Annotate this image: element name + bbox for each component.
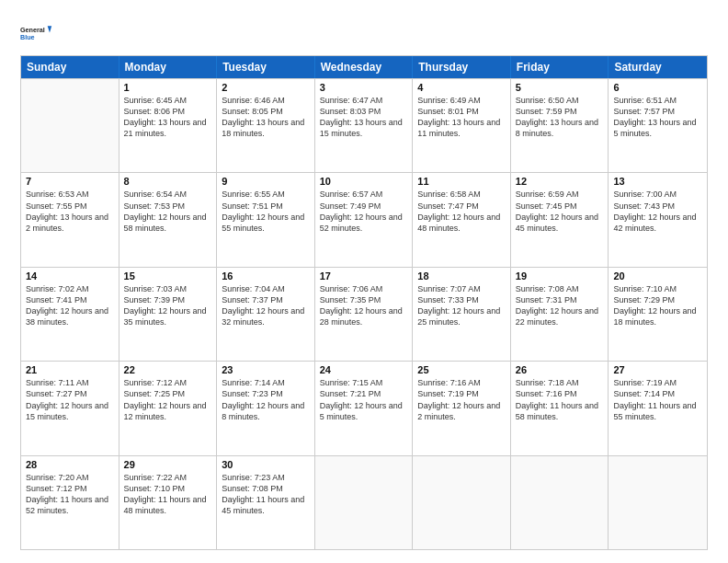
cal-cell-w4d0: 28Sunrise: 7:20 AM Sunset: 7:12 PM Dayli… — [21, 456, 119, 549]
header-day-thursday: Thursday — [413, 56, 511, 78]
day-detail: Sunrise: 6:47 AM Sunset: 8:03 PM Dayligh… — [320, 95, 408, 140]
day-number: 16 — [222, 270, 310, 282]
day-number: 13 — [613, 176, 702, 187]
day-number: 5 — [516, 82, 604, 93]
day-detail: Sunrise: 6:58 AM Sunset: 7:47 PM Dayligh… — [417, 189, 506, 234]
calendar-body: 1Sunrise: 6:45 AM Sunset: 8:06 PM Daylig… — [21, 78, 707, 549]
svg-marker-2 — [48, 26, 52, 32]
cal-cell-w0d4: 4Sunrise: 6:49 AM Sunset: 8:01 PM Daylig… — [413, 79, 511, 172]
header-day-sunday: Sunday — [21, 56, 119, 78]
day-number: 7 — [26, 176, 114, 187]
day-detail: Sunrise: 7:14 AM Sunset: 7:23 PM Dayligh… — [222, 377, 310, 422]
day-detail: Sunrise: 7:15 AM Sunset: 7:21 PM Dayligh… — [320, 377, 408, 422]
cal-cell-w1d3: 10Sunrise: 6:57 AM Sunset: 7:49 PM Dayli… — [315, 173, 414, 266]
day-number: 22 — [124, 364, 212, 375]
cal-cell-w2d0: 14Sunrise: 7:02 AM Sunset: 7:41 PM Dayli… — [21, 268, 119, 361]
cal-cell-w3d6: 27Sunrise: 7:19 AM Sunset: 7:14 PM Dayli… — [609, 362, 707, 454]
day-detail: Sunrise: 7:03 AM Sunset: 7:39 PM Dayligh… — [124, 283, 212, 328]
header-day-wednesday: Wednesday — [315, 56, 414, 78]
day-detail: Sunrise: 7:10 AM Sunset: 7:29 PM Dayligh… — [613, 283, 702, 328]
week-row-2: 14Sunrise: 7:02 AM Sunset: 7:41 PM Dayli… — [21, 267, 707, 361]
day-detail: Sunrise: 7:06 AM Sunset: 7:35 PM Dayligh… — [320, 283, 408, 328]
cal-cell-w2d3: 17Sunrise: 7:06 AM Sunset: 7:35 PM Dayli… — [315, 268, 414, 361]
cal-cell-w0d5: 5Sunrise: 6:50 AM Sunset: 7:59 PM Daylig… — [511, 79, 609, 172]
cal-cell-w3d3: 24Sunrise: 7:15 AM Sunset: 7:21 PM Dayli… — [315, 362, 414, 454]
cal-cell-w2d4: 18Sunrise: 7:07 AM Sunset: 7:33 PM Dayli… — [413, 268, 511, 361]
day-number: 20 — [613, 270, 702, 282]
cal-cell-w3d0: 21Sunrise: 7:11 AM Sunset: 7:27 PM Dayli… — [21, 362, 119, 454]
cal-cell-w1d0: 7Sunrise: 6:53 AM Sunset: 7:55 PM Daylig… — [21, 173, 119, 266]
day-detail: Sunrise: 7:23 AM Sunset: 7:08 PM Dayligh… — [222, 472, 310, 517]
day-detail: Sunrise: 6:55 AM Sunset: 7:51 PM Dayligh… — [222, 189, 310, 234]
day-detail: Sunrise: 7:11 AM Sunset: 7:27 PM Dayligh… — [26, 377, 114, 422]
cal-cell-w3d4: 25Sunrise: 7:16 AM Sunset: 7:19 PM Dayli… — [413, 362, 511, 454]
day-number: 9 — [222, 176, 310, 187]
logo: GeneralBlue — [20, 17, 53, 50]
day-number: 15 — [124, 270, 212, 282]
calendar-header: SundayMondayTuesdayWednesdayThursdayFrid… — [21, 56, 707, 78]
day-detail: Sunrise: 7:20 AM Sunset: 7:12 PM Dayligh… — [26, 472, 114, 517]
day-number: 11 — [417, 176, 506, 187]
cal-cell-w2d2: 16Sunrise: 7:04 AM Sunset: 7:37 PM Dayli… — [217, 268, 315, 361]
day-number: 19 — [516, 270, 604, 282]
day-detail: Sunrise: 6:45 AM Sunset: 8:06 PM Dayligh… — [124, 95, 212, 140]
page: GeneralBlue SundayMondayTuesdayWednesday… — [0, 0, 728, 563]
day-detail: Sunrise: 6:59 AM Sunset: 7:45 PM Dayligh… — [516, 189, 604, 234]
day-detail: Sunrise: 6:49 AM Sunset: 8:01 PM Dayligh… — [417, 95, 506, 140]
cal-cell-w0d3: 3Sunrise: 6:47 AM Sunset: 8:03 PM Daylig… — [315, 79, 414, 172]
day-detail: Sunrise: 7:22 AM Sunset: 7:10 PM Dayligh… — [124, 472, 212, 517]
cal-cell-w0d1: 1Sunrise: 6:45 AM Sunset: 8:06 PM Daylig… — [119, 79, 218, 172]
day-detail: Sunrise: 7:04 AM Sunset: 7:37 PM Dayligh… — [222, 283, 310, 328]
day-detail: Sunrise: 6:54 AM Sunset: 7:53 PM Dayligh… — [124, 189, 212, 234]
day-number: 12 — [516, 176, 604, 187]
day-number: 6 — [613, 82, 702, 93]
cal-cell-w2d1: 15Sunrise: 7:03 AM Sunset: 7:39 PM Dayli… — [119, 268, 218, 361]
cal-cell-w4d4 — [413, 456, 511, 549]
day-number: 30 — [222, 459, 310, 470]
day-number: 1 — [124, 82, 212, 93]
day-number: 23 — [222, 364, 310, 375]
day-detail: Sunrise: 7:12 AM Sunset: 7:25 PM Dayligh… — [124, 377, 212, 422]
svg-text:Blue: Blue — [20, 33, 35, 41]
week-row-4: 28Sunrise: 7:20 AM Sunset: 7:12 PM Dayli… — [21, 455, 707, 549]
day-number: 21 — [26, 364, 114, 375]
day-detail: Sunrise: 7:08 AM Sunset: 7:31 PM Dayligh… — [516, 283, 604, 328]
day-detail: Sunrise: 6:53 AM Sunset: 7:55 PM Dayligh… — [26, 189, 114, 234]
day-number: 26 — [516, 364, 604, 375]
day-detail: Sunrise: 6:46 AM Sunset: 8:05 PM Dayligh… — [222, 95, 310, 140]
day-number: 17 — [320, 270, 408, 282]
week-row-3: 21Sunrise: 7:11 AM Sunset: 7:27 PM Dayli… — [21, 361, 707, 454]
calendar: SundayMondayTuesdayWednesdayThursdayFrid… — [20, 55, 708, 550]
cal-cell-w0d0 — [21, 79, 119, 172]
cal-cell-w0d2: 2Sunrise: 6:46 AM Sunset: 8:05 PM Daylig… — [217, 79, 315, 172]
header-day-tuesday: Tuesday — [217, 56, 315, 78]
header: GeneralBlue — [20, 17, 708, 50]
day-detail: Sunrise: 7:02 AM Sunset: 7:41 PM Dayligh… — [26, 283, 114, 328]
cal-cell-w1d1: 8Sunrise: 6:54 AM Sunset: 7:53 PM Daylig… — [119, 173, 218, 266]
day-number: 18 — [417, 270, 506, 282]
cal-cell-w4d5 — [511, 456, 609, 549]
cal-cell-w4d6 — [609, 456, 707, 549]
week-row-1: 7Sunrise: 6:53 AM Sunset: 7:55 PM Daylig… — [21, 172, 707, 266]
day-number: 8 — [124, 176, 212, 187]
header-day-saturday: Saturday — [609, 56, 707, 78]
day-number: 25 — [417, 364, 506, 375]
day-number: 14 — [26, 270, 114, 282]
cal-cell-w4d2: 30Sunrise: 7:23 AM Sunset: 7:08 PM Dayli… — [217, 456, 315, 549]
day-number: 28 — [26, 459, 114, 470]
logo-icon: GeneralBlue — [20, 17, 53, 50]
cal-cell-w3d2: 23Sunrise: 7:14 AM Sunset: 7:23 PM Dayli… — [217, 362, 315, 454]
cal-cell-w2d6: 20Sunrise: 7:10 AM Sunset: 7:29 PM Dayli… — [609, 268, 707, 361]
day-number: 27 — [613, 364, 702, 375]
day-number: 10 — [320, 176, 408, 187]
day-number: 4 — [417, 82, 506, 93]
header-day-monday: Monday — [119, 56, 218, 78]
cal-cell-w1d2: 9Sunrise: 6:55 AM Sunset: 7:51 PM Daylig… — [217, 173, 315, 266]
day-detail: Sunrise: 7:16 AM Sunset: 7:19 PM Dayligh… — [417, 377, 506, 422]
cal-cell-w2d5: 19Sunrise: 7:08 AM Sunset: 7:31 PM Dayli… — [511, 268, 609, 361]
day-detail: Sunrise: 7:00 AM Sunset: 7:43 PM Dayligh… — [613, 189, 702, 234]
day-detail: Sunrise: 7:07 AM Sunset: 7:33 PM Dayligh… — [417, 283, 506, 328]
cal-cell-w3d1: 22Sunrise: 7:12 AM Sunset: 7:25 PM Dayli… — [119, 362, 218, 454]
cal-cell-w3d5: 26Sunrise: 7:18 AM Sunset: 7:16 PM Dayli… — [511, 362, 609, 454]
day-detail: Sunrise: 6:50 AM Sunset: 7:59 PM Dayligh… — [516, 95, 604, 140]
